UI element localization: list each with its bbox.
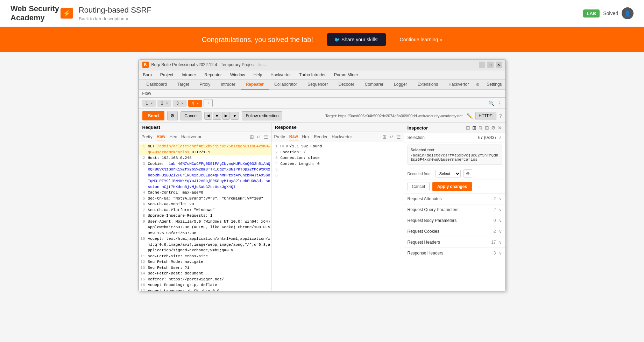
- subtab-raw[interactable]: Raw: [157, 133, 165, 140]
- chevron-down-icon[interactable]: ∨: [499, 218, 502, 223]
- settings-button[interactable]: ⚙: [167, 111, 178, 120]
- chevron-down-icon[interactable]: ∨: [499, 207, 502, 212]
- tab-target[interactable]: Target: [172, 80, 194, 90]
- chevron-down-icon[interactable]: ∨: [499, 251, 502, 256]
- section-row-request-attributes[interactable]: Request Attributes 2 ∨: [404, 194, 505, 204]
- resp-subtab-hex[interactable]: Hex: [302, 134, 310, 140]
- minimize-button[interactable]: −: [479, 62, 485, 68]
- menu-project[interactable]: Project: [159, 72, 175, 78]
- tab-settings[interactable]: Settings: [482, 80, 507, 90]
- menu-hackvertor[interactable]: Hackvertor: [269, 72, 292, 78]
- menu-turbo-intruder[interactable]: Turbo Intruder: [298, 72, 327, 78]
- inspector-view1-icon[interactable]: ⊟: [466, 125, 470, 131]
- inspector-panel: Inspector ⊟ ⊞ ⇅ ⊞ ⚙ ✕ Selection 67 (0x43…: [404, 123, 505, 291]
- format-icon[interactable]: ⊞: [250, 134, 254, 140]
- tab-extensions[interactable]: Extensions: [413, 80, 443, 90]
- repeater-tab-4[interactable]: 4 ×: [188, 100, 202, 107]
- tab-dashboard[interactable]: Dashboard: [142, 80, 172, 90]
- next-arrow[interactable]: ▶: [222, 112, 230, 120]
- tab-proxy[interactable]: Proxy: [195, 80, 215, 90]
- help-button[interactable]: ?: [499, 113, 502, 119]
- selection-row: Selection 67 (0x43) ∧: [404, 133, 505, 142]
- cancel-button[interactable]: Cancel: [181, 111, 201, 120]
- send-button[interactable]: Send: [142, 111, 165, 120]
- decoded-from-select[interactable]: Select URL Base64 HTML: [436, 170, 461, 177]
- tab-sequencer[interactable]: Sequencer: [303, 80, 333, 90]
- back-link[interactable]: Back to lab description »: [79, 16, 151, 21]
- section-row-response-headers[interactable]: Response Headers 3 ∨: [404, 248, 505, 258]
- edit-target-icon[interactable]: ✏️: [467, 113, 473, 119]
- resp-format-icon[interactable]: ⊞: [382, 134, 387, 140]
- resp-subtab-raw[interactable]: Raw: [289, 133, 298, 140]
- code-line: 16 Accept-Encoding: gzip, deflate: [139, 282, 271, 288]
- inspector-section-cookies: Request Cookies 2 ∨: [404, 226, 505, 237]
- continue-link[interactable]: Continue learning »: [400, 37, 442, 42]
- prev-arrow[interactable]: ◀: [204, 112, 212, 120]
- cancel-changes-button[interactable]: Cancel: [408, 182, 430, 191]
- request-code-area[interactable]: 1 GET /admin/delete?csrf=t5xbVcjSc62Y5nT…: [139, 142, 271, 291]
- section-count: 17: [491, 240, 496, 245]
- next-btn[interactable]: ▼: [231, 112, 239, 120]
- header-right: LAB Solved 👤: [583, 7, 634, 19]
- tab-menu-icon[interactable]: ⋮: [497, 100, 502, 106]
- flow-tab[interactable]: Flow: [139, 90, 505, 98]
- maximize-button[interactable]: □: [487, 62, 494, 68]
- inspector-filter-icon[interactable]: ⊞: [485, 125, 489, 131]
- menu-repeater[interactable]: Repeater: [203, 72, 223, 78]
- http-version-button[interactable]: HTTP/1: [475, 112, 496, 120]
- chevron-down-icon[interactable]: ∨: [499, 196, 502, 201]
- selected-text-label: Selected text: [411, 148, 499, 152]
- code-line: 2 Location: /: [271, 149, 404, 155]
- menu-icon[interactable]: ☰: [264, 134, 268, 140]
- tab-comparer[interactable]: Comparer: [360, 80, 388, 90]
- tab-search-icon[interactable]: 🔍: [488, 100, 494, 106]
- add-decode-button[interactable]: ⊕: [463, 169, 472, 177]
- tab-decoder[interactable]: Decoder: [333, 80, 359, 90]
- resp-wrap-icon[interactable]: ↵: [389, 134, 394, 140]
- menu-intruder[interactable]: Intruder: [180, 72, 197, 78]
- tab-repeater[interactable]: Repeater: [241, 80, 269, 90]
- user-avatar[interactable]: 👤: [622, 7, 634, 19]
- settings-icon[interactable]: ⚙: [476, 82, 480, 87]
- inspector-close-icon[interactable]: ✕: [498, 125, 502, 131]
- chevron-down-icon[interactable]: ∨: [499, 229, 502, 234]
- tab-hackvertor[interactable]: Hackvertor: [444, 80, 474, 90]
- add-tab-button[interactable]: +: [204, 99, 213, 107]
- repeater-tab-2[interactable]: 2 ×: [157, 100, 171, 107]
- section-count: 0: [494, 218, 496, 223]
- inspector-settings-icon[interactable]: ⚙: [491, 125, 496, 131]
- solved-label: Solved: [603, 11, 618, 16]
- tab-intruder[interactable]: Intruder: [216, 80, 240, 90]
- inspector-sort-icon[interactable]: ⇅: [479, 125, 483, 131]
- chevron-up-icon[interactable]: ∧: [499, 135, 502, 140]
- section-row-cookies[interactable]: Request Cookies 2 ∨: [404, 226, 505, 237]
- resp-subtab-pretty[interactable]: Pretty: [274, 134, 285, 140]
- response-code-area[interactable]: 1 HTTP/1.1 302 Found 2 Location: / 3 Con…: [271, 142, 404, 291]
- subtab-pretty[interactable]: Pretty: [142, 134, 153, 140]
- close-button[interactable]: ✕: [496, 62, 502, 68]
- prev-btn[interactable]: ▼: [213, 112, 221, 120]
- menu-help[interactable]: Help: [252, 72, 264, 78]
- chevron-down-icon[interactable]: ∨: [499, 240, 502, 245]
- subtab-hackvertor[interactable]: Hackvertor: [181, 134, 201, 140]
- menu-burp[interactable]: Burp: [142, 72, 153, 78]
- section-row-body-params[interactable]: Request Body Parameters 0 ∨: [404, 215, 505, 226]
- apply-changes-button[interactable]: Apply changes: [432, 182, 472, 191]
- share-button[interactable]: 🐦 Share your skills!: [327, 33, 385, 46]
- section-row-query-params[interactable]: Request Query Parameters 2 ∨: [404, 204, 505, 215]
- resp-subtab-hackvertor[interactable]: Hackvertor: [332, 134, 352, 140]
- menu-param-miner[interactable]: Param Miner: [333, 72, 360, 78]
- repeater-tab-1[interactable]: 1 ×: [142, 100, 156, 107]
- tab-logger[interactable]: Logger: [389, 80, 412, 90]
- code-line: 13 Sec-Fetch-User: ?1: [139, 265, 271, 271]
- subtab-hex[interactable]: Hex: [170, 134, 177, 140]
- tab-collaborator[interactable]: Collaborator: [269, 80, 302, 90]
- menu-window[interactable]: Window: [229, 72, 247, 78]
- resp-menu-icon[interactable]: ☰: [396, 134, 401, 140]
- follow-redirection-button[interactable]: Follow redirection: [242, 111, 282, 120]
- resp-subtab-render[interactable]: Render: [314, 134, 327, 140]
- wrap-icon[interactable]: ↵: [257, 134, 261, 140]
- repeater-tab-3[interactable]: 3 ×: [173, 100, 187, 107]
- section-row-headers[interactable]: Request Headers 17 ∨: [404, 237, 505, 247]
- inspector-view2-icon[interactable]: ⊞: [472, 125, 476, 131]
